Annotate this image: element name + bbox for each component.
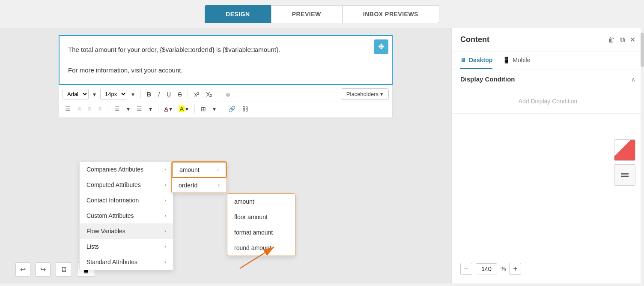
separator-4 (108, 105, 108, 113)
chevron-size-icon[interactable]: ▾ (129, 89, 137, 99)
menu-item-flow[interactable]: Flow Variables › (80, 223, 173, 239)
editor-content: The total amount for your order, {$varia… (68, 45, 383, 75)
mobile-tab[interactable]: 📱 Mobile (503, 57, 530, 69)
menu-item-computed[interactable]: Computed Attributes › (80, 177, 173, 193)
text-color-button[interactable]: A ▾ (162, 104, 175, 114)
strikethrough-button[interactable]: S (175, 89, 184, 99)
content-line-1: The total amount for your order, {$varia… (68, 45, 383, 55)
desktop-view-button[interactable]: 🖥 (56, 262, 72, 277)
chevron-amount-icon: › (217, 167, 219, 173)
flow-variables-submenu: amount › orderId › (171, 161, 227, 193)
subsubmenu-floor-amount[interactable]: floor amount (227, 209, 295, 225)
menu-item-standard[interactable]: Standard Attributes › (80, 254, 173, 270)
align-icon (620, 170, 630, 180)
ordered-list-button[interactable]: ☰ (134, 104, 145, 114)
content-line-2: For more information, visit your account… (68, 65, 383, 75)
add-display-condition-label: Add Display Condition (519, 98, 578, 105)
bullet-list-button[interactable]: ☰ (112, 104, 122, 114)
unlink-button[interactable]: ⛓ (240, 104, 251, 114)
chevron-font-icon[interactable]: ▾ (90, 89, 98, 99)
menu-item-lists[interactable]: Lists › (80, 239, 173, 254)
chevron-display-condition-icon: ∧ (631, 76, 635, 83)
delete-button[interactable]: 🗑 (608, 36, 615, 44)
subsubmenu-round-amount[interactable]: round amount (227, 240, 295, 256)
font-family-select[interactable]: Arial (63, 89, 89, 99)
move-handle[interactable]: ✥ (374, 39, 388, 54)
align-box[interactable] (614, 164, 635, 186)
increase-percentage-button[interactable]: + (509, 263, 521, 275)
style-box (614, 139, 635, 186)
subsubmenu-format-amount[interactable]: format amount (227, 225, 295, 240)
separator-5 (158, 105, 158, 113)
top-nav: DESIGN PREVIEW INBOX PREVIEWS (0, 0, 644, 28)
placeholders-label: Placeholders (346, 91, 379, 97)
color-swatch[interactable] (614, 139, 635, 161)
bg-color-button[interactable]: A ▾ (176, 104, 191, 114)
link-button[interactable]: 🔗 (226, 104, 238, 114)
subscript-button[interactable]: X₂ (203, 89, 215, 99)
text-editor-block[interactable]: The total amount for your order, {$varia… (59, 35, 393, 85)
menu-item-contact-label: Contact Information (86, 197, 139, 204)
bold-button[interactable]: B (144, 89, 154, 99)
underline-button[interactable]: U (164, 89, 173, 99)
close-button[interactable]: ✕ (630, 36, 635, 44)
desktop-tab[interactable]: 🖥 Desktop (460, 57, 492, 69)
chevron-table-icon[interactable]: ▾ (210, 104, 218, 114)
menu-item-companies-label: Companies Attributes (86, 166, 143, 173)
percentage-symbol: % (501, 265, 506, 272)
italic-button[interactable]: I (155, 89, 162, 99)
display-condition-title: Display Condition (460, 75, 515, 83)
design-tab[interactable]: DESIGN (205, 5, 271, 23)
bg-color-icon: A (179, 105, 185, 112)
duplicate-button[interactable]: ⧉ (620, 36, 625, 44)
toolbar-row-1: Arial ▾ 14px ▾ B I U S x² X₂ ☺ Placehold… (63, 87, 389, 102)
align-left-button[interactable]: ☰ (63, 104, 73, 114)
separator-1 (140, 90, 141, 99)
submenu-item-amount[interactable]: amount › (172, 162, 227, 178)
align-justify-button[interactable]: ≡ (95, 104, 104, 114)
display-condition-section[interactable]: Display Condition ∧ (452, 69, 644, 89)
table-button[interactable]: ⊞ (198, 104, 209, 114)
mobile-icon: 📱 (503, 57, 510, 63)
font-size-select[interactable]: 14px (100, 89, 127, 99)
separator-7 (222, 105, 222, 113)
editor-toolbar: Arial ▾ 14px ▾ B I U S x² X₂ ☺ Placehold… (59, 85, 393, 118)
inbox-previews-tab[interactable]: INBOX PREVIEWS (342, 5, 439, 23)
superscript-button[interactable]: x² (191, 89, 202, 99)
panel-title: Content (460, 35, 489, 44)
chevron-standard-icon: › (164, 259, 166, 265)
placeholders-button[interactable]: Placeholders ▾ (341, 88, 389, 100)
percentage-control: − % + (460, 263, 521, 275)
menu-item-contact[interactable]: Contact Information › (80, 193, 173, 208)
toolbar-row-2: ☰ ≡ ≡ ≡ ☰ ▾ ☰ ▾ A ▾ A ▾ ⊞ (63, 102, 389, 116)
submenu-item-orderid[interactable]: orderId › (172, 178, 227, 193)
separator-2 (188, 90, 188, 99)
right-panel: Content 🗑 ⧉ ✕ 🖥 Desktop 📱 Mobile Display… (451, 28, 644, 283)
submenu-amount-label: amount (179, 166, 200, 173)
align-right-button[interactable]: ≡ (85, 104, 94, 114)
separator-3 (219, 90, 219, 99)
panel-icons: 🗑 ⧉ ✕ (608, 36, 635, 44)
menu-item-custom[interactable]: Custom Attributes › (80, 208, 173, 223)
submenu-orderid-label: orderId (179, 182, 197, 189)
menu-item-flow-label: Flow Variables (86, 228, 125, 235)
redo-button[interactable]: ↪ (36, 262, 51, 277)
preview-tab[interactable]: PREVIEW (271, 5, 342, 23)
chevron-ordered-icon[interactable]: ▾ (146, 104, 155, 114)
percentage-input[interactable] (476, 263, 497, 274)
align-center-button[interactable]: ≡ (75, 104, 83, 114)
panel-header: Content 🗑 ⧉ ✕ (452, 28, 644, 51)
undo-button[interactable]: ↩ (15, 262, 30, 277)
subsubmenu-amount[interactable]: amount (227, 194, 295, 209)
chevron-bullet-icon[interactable]: ▾ (124, 104, 132, 114)
decrease-percentage-button[interactable]: − (460, 263, 472, 275)
add-display-condition[interactable]: Add Display Condition (452, 89, 644, 114)
desktop-tab-label: Desktop (469, 57, 492, 63)
chevron-bg-color-icon: ▾ (185, 105, 188, 112)
separator-6 (194, 105, 195, 113)
emoji-button[interactable]: ☺ (223, 89, 234, 99)
menu-item-companies[interactable]: Companies Attributes › (80, 162, 173, 177)
menu-item-lists-label: Lists (86, 243, 99, 250)
menu-item-computed-label: Computed Attributes (86, 181, 141, 188)
menu-item-custom-label: Custom Attributes (86, 212, 134, 219)
